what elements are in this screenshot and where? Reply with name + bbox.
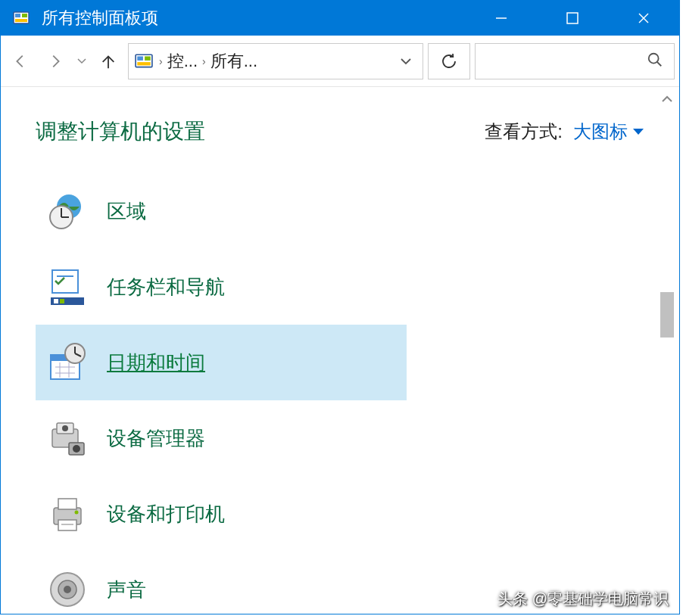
svg-point-42 [75,511,79,515]
scroll-thumb[interactable] [660,292,674,338]
view-mode-label: 查看方式: [485,120,563,144]
up-button[interactable] [93,46,123,76]
printer-icon [46,493,89,535]
forward-button[interactable] [40,46,70,76]
view-mode-dropdown[interactable]: 大图标 [573,120,644,144]
breadcrumb-item[interactable]: 控... [167,50,198,73]
svg-rect-2 [22,14,27,17]
svg-rect-1 [15,14,20,17]
control-panel-item-sound[interactable]: 声音 [36,552,407,616]
maximize-button[interactable] [537,1,608,36]
item-label: 声音 [107,577,146,603]
history-dropdown[interactable] [75,58,89,64]
vertical-scrollbar[interactable] [656,88,678,613]
control-panel-icon [11,8,31,28]
view-controls: 查看方式: 大图标 [485,120,644,144]
svg-point-38 [73,445,80,453]
control-panel-icon [133,51,154,72]
svg-rect-40 [58,499,76,509]
svg-point-36 [62,425,68,431]
search-icon [647,51,663,71]
titlebar: 所有控制面板项 [1,1,679,36]
item-label: 区域 [107,198,146,225]
svg-rect-5 [567,13,578,23]
svg-rect-41 [58,520,76,530]
scroll-track[interactable] [656,110,678,613]
svg-rect-23 [54,299,58,303]
item-label: 任务栏和导航 [107,274,225,300]
svg-rect-10 [137,56,143,60]
svg-rect-24 [60,299,64,303]
svg-line-14 [657,61,662,66]
control-panel-item-device-manager[interactable]: 设备管理器 [36,400,407,476]
item-label: 设备和打印机 [107,501,225,527]
window-title: 所有控制面板项 [42,7,158,30]
taskbar-icon [46,266,89,308]
navbar: › 控... › 所有... [1,36,679,87]
window-frame: 所有控制面板项 [0,0,680,614]
breadcrumb-separator-icon: › [202,55,206,67]
svg-rect-12 [137,62,150,65]
close-button[interactable] [608,1,679,36]
search-input[interactable] [475,43,675,79]
control-panel-item-datetime[interactable]: 日期和时间 [36,325,407,400]
breadcrumb-dropdown-icon[interactable] [394,54,418,68]
device-manager-icon [46,417,89,459]
scroll-up-button[interactable] [656,88,678,110]
minimize-button[interactable] [466,1,537,36]
page-title: 调整计算机的设置 [36,117,205,146]
item-label: 日期和时间 [107,350,205,376]
svg-point-46 [64,586,71,593]
region-icon [46,190,89,232]
svg-rect-11 [145,56,151,60]
address-bar[interactable]: › 控... › 所有... [128,43,423,79]
content-header: 调整计算机的设置 查看方式: 大图标 [1,87,679,164]
items-list: 区域 任务栏和导航 [1,164,679,608]
svg-marker-15 [633,129,644,135]
back-button[interactable] [5,46,36,76]
control-panel-item-devices-printers[interactable]: 设备和打印机 [36,476,407,552]
breadcrumb-item[interactable]: 所有... [211,50,257,73]
svg-rect-3 [15,19,27,22]
sound-icon [46,568,89,611]
window-controls [466,1,679,36]
svg-point-13 [649,53,659,63]
control-panel-item-taskbar[interactable]: 任务栏和导航 [36,249,407,325]
item-label: 设备管理器 [107,425,205,452]
view-mode-value: 大图标 [573,120,628,144]
control-panel-item-region[interactable]: 区域 [36,173,407,249]
datetime-icon [46,341,89,384]
breadcrumb-separator-icon: › [159,55,163,67]
refresh-button[interactable] [428,43,470,79]
